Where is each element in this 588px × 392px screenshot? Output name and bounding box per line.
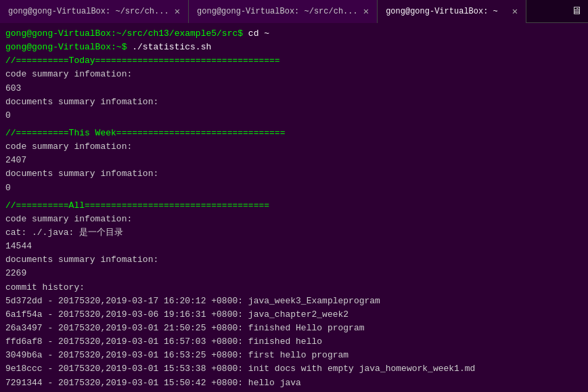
- today-docs-label: documents summary infomation:: [5, 95, 583, 109]
- commit-item-6: 7291344 - 20175320,2019-03-01 15:50:42 +…: [5, 376, 583, 390]
- commit-item-2: 26a3497 - 20175320,2019-03-01 21:50:25 +…: [5, 322, 583, 335]
- tab-1[interactable]: gong@gong-VirtualBox: ~/src/ch... ✕: [0, 0, 189, 23]
- prompt-path-1: gong@gong-VirtualBox:~/src/ch13/example5…: [5, 28, 243, 39]
- commit-item-1: 6a1f54a - 20175320,2019-03-06 19:16:31 +…: [5, 308, 583, 322]
- tab-2[interactable]: gong@gong-VirtualBox: ~/src/ch... ✕: [189, 0, 378, 23]
- tab-3[interactable]: gong@gong-VirtualBox: ~ ✕: [378, 0, 526, 23]
- all-code-value: 14544: [5, 240, 583, 253]
- tab-3-label: gong@gong-VirtualBox: ~: [386, 7, 498, 16]
- thisweek-divider: //==========This Week===================…: [5, 127, 583, 140]
- tab-bar: gong@gong-VirtualBox: ~/src/ch... ✕ gong…: [0, 0, 588, 23]
- terminal-content: gong@gong-VirtualBox:~/src/ch13/example5…: [0, 23, 588, 392]
- all-docs-label: documents summary infomation:: [5, 253, 583, 267]
- tab-2-label: gong@gong-VirtualBox: ~/src/ch...: [197, 7, 358, 16]
- prompt-path-2: gong@gong-VirtualBox:~$: [5, 42, 127, 52]
- new-tab-area: 🖥: [565, 5, 588, 18]
- today-divider: //==========Today=======================…: [5, 54, 583, 68]
- tab-1-close[interactable]: ✕: [175, 5, 180, 17]
- tab-1-label: gong@gong-VirtualBox: ~/src/ch...: [8, 7, 169, 16]
- thisweek-code-value: 2407: [5, 154, 583, 167]
- cmd-1: cd ~: [243, 28, 269, 39]
- all-divider: //==========All=========================…: [5, 199, 583, 213]
- terminal-icon: 🖥: [571, 5, 582, 18]
- all-docs-value: 2269: [5, 267, 583, 280]
- all-code-label: code summary infomation:: [5, 213, 583, 226]
- commit-item-0: 5d372dd - 20175320,2019-03-17 16:20:12 +…: [5, 295, 583, 308]
- tab-3-close[interactable]: ✕: [512, 5, 518, 17]
- today-code-value: 603: [5, 82, 583, 95]
- commit-item-4: 3049b6a - 20175320,2019-03-01 16:53:25 +…: [5, 349, 583, 362]
- commit-list: 5d372dd - 20175320,2019-03-17 16:20:12 +…: [5, 295, 583, 390]
- prompt-line-2: gong@gong-VirtualBox:~$ ./statistics.sh: [5, 41, 583, 54]
- commit-item-5: 9e18ccc - 20175320,2019-03-01 15:53:38 +…: [5, 362, 583, 376]
- prompt-line-1: gong@gong-VirtualBox:~/src/ch13/example5…: [5, 27, 583, 41]
- thisweek-docs-value: 0: [5, 181, 583, 195]
- today-docs-value: 0: [5, 109, 583, 123]
- thisweek-docs-label: documents summary infomation:: [5, 167, 583, 181]
- tab-2-close[interactable]: ✕: [363, 5, 369, 17]
- cmd-2: ./statistics.sh: [127, 42, 211, 52]
- thisweek-code-label: code summary infomation:: [5, 140, 583, 154]
- cat-warn: cat: ./.java: 是一个目录: [5, 226, 583, 240]
- commit-item-3: ffd6af8 - 20175320,2019-03-01 16:57:03 +…: [5, 335, 583, 349]
- commit-label: commit history:: [5, 281, 583, 295]
- today-code-label: code summary infomation:: [5, 68, 583, 81]
